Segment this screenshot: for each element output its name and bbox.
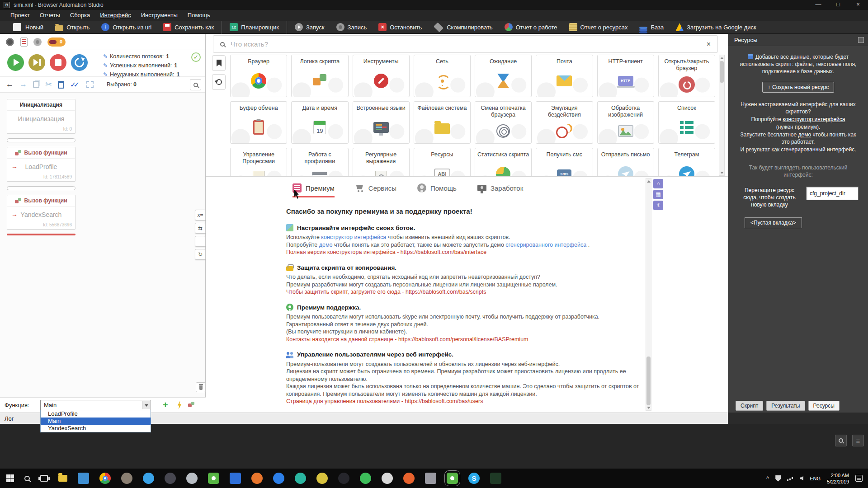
clear-search-icon[interactable]: × (700, 40, 717, 48)
variables-button[interactable]: x= (195, 210, 206, 221)
taskbar-search-icon[interactable] (24, 476, 30, 481)
panel-home-button[interactable]: ⌂ (653, 179, 663, 188)
block-separator[interactable] (7, 138, 75, 142)
tiles-scrollbar[interactable] (719, 55, 725, 176)
tray-shield-icon[interactable] (775, 475, 781, 482)
minimize-button[interactable]: — (808, 0, 828, 10)
tile-open-close-browser[interactable]: Открыть/закрыть браузер (658, 55, 715, 97)
log-search-button[interactable] (835, 435, 847, 446)
task-view-icon[interactable] (40, 475, 48, 482)
tile-embedded-languages[interactable]: Встроенные языки (353, 101, 410, 144)
trash-button[interactable] (196, 382, 206, 392)
tray-language[interactable]: ENG (810, 476, 821, 481)
taskbar-app-blue-square-icon[interactable] (78, 473, 89, 484)
bottom-tab-script[interactable]: Скрипт (736, 401, 763, 411)
tile-list[interactable]: Список (658, 101, 715, 144)
tile-profiles[interactable]: Работа с профилями (291, 148, 348, 176)
tile-script-logic[interactable]: Логика скрипта (291, 55, 348, 97)
selection-box-icon[interactable] (86, 81, 94, 88)
menu-interface[interactable]: Интерфейс (95, 10, 136, 21)
block-call-function-yandexsearch[interactable]: Вызов функции → YandexSearch Id: 5568736… (7, 195, 75, 230)
menu-reports[interactable]: Отчеты (35, 10, 65, 21)
messenger-icon[interactable] (143, 473, 154, 484)
scroll-up-icon[interactable] (646, 178, 651, 184)
create-resource-button[interactable]: + Создать новый ресурс (762, 82, 835, 93)
play-button[interactable] (7, 54, 24, 71)
toolbar-record-button[interactable]: Запись (330, 21, 373, 34)
toolbar-open-url-button[interactable]: Открыть из url (95, 21, 157, 34)
tag-button[interactable] (195, 236, 206, 247)
redo-icon[interactable]: → (19, 80, 27, 89)
bas-icon[interactable] (208, 473, 219, 484)
taskbar-app-yellow-icon[interactable] (316, 473, 328, 484)
block-initialization[interactable]: Инициализация → Инициализация Id: 0 (7, 99, 75, 134)
tile-telegram[interactable]: Телеграм (658, 148, 715, 176)
select-all-check-icon[interactable]: ✓✓ (70, 80, 80, 89)
taskbar-app-gray2-icon[interactable] (425, 473, 436, 484)
undo-icon[interactable]: ← (6, 80, 14, 89)
log-list-button[interactable]: ≡ (852, 435, 864, 446)
empty-tab-button[interactable]: <Пустая вкладка> (745, 217, 802, 228)
taskbar-app-blue-icon[interactable] (273, 473, 284, 484)
tray-clock[interactable]: 2:00 AM 5/22/2019 (827, 472, 849, 485)
resource-box-cfg-project-dir[interactable]: cfg_project_dir (806, 187, 859, 200)
tab-services[interactable]: Сервисы (355, 183, 396, 197)
function-puzzle-icon[interactable] (188, 402, 194, 408)
taskbar-app-dark-icon[interactable] (165, 473, 176, 484)
tile-filesystem[interactable]: Файловая система (414, 101, 471, 144)
toolbar-scheduler-button[interactable]: Планировщик (222, 21, 285, 34)
taskbar-app-shield-icon[interactable] (230, 473, 241, 484)
tab-premium[interactable]: Премиум (292, 183, 335, 197)
bottom-tab-resources[interactable]: Ресурсы (808, 401, 840, 411)
pencil-icon[interactable]: ✎ (103, 62, 108, 69)
scroll-down-icon[interactable] (719, 170, 724, 175)
premium-link-line[interactable]: Полная версия конструктора интерфейса - … (286, 249, 661, 256)
tile-image-processing[interactable]: Обработка изображений (597, 101, 654, 144)
function-dropdown-option[interactable]: Main (41, 418, 151, 425)
collapse-panel-icon[interactable] (858, 37, 864, 43)
move-expand-button[interactable]: ⇆ (195, 223, 206, 234)
toolbar-new-button[interactable]: Новый (6, 21, 49, 34)
toolbar-compile-button[interactable]: Скомпилировать (428, 21, 498, 34)
panel-grid-button[interactable]: ▦ (653, 190, 663, 199)
mask-badge-icon[interactable]: 0 (47, 38, 66, 47)
firefox-icon[interactable] (403, 473, 415, 484)
premium-link-line[interactable]: Страница для управления пользователями -… (286, 398, 661, 405)
tile-process-management[interactable]: Управление Процессами (230, 148, 287, 176)
menu-build[interactable]: Сборка (65, 10, 95, 21)
scroll-down-icon[interactable] (646, 405, 651, 410)
bas-active-window-icon[interactable] (447, 473, 458, 484)
toolbar-run-button[interactable]: Запуск (287, 21, 330, 34)
chrome-icon[interactable] (99, 473, 111, 484)
cut-scissors-icon[interactable]: ✂ (45, 80, 52, 89)
tile-waiting[interactable]: Ожидание (475, 55, 532, 97)
paste-icon[interactable] (58, 81, 64, 89)
tile-mail[interactable]: Почта (536, 55, 593, 97)
toolbar-save-as-button[interactable]: Сохранить как (157, 21, 220, 34)
taskbar-app-black-icon[interactable] (338, 473, 349, 484)
block-call-function-loadprofile[interactable]: Вызов функции → LoadProfile Id: 17811458… (7, 147, 75, 182)
add-function-button[interactable]: + (163, 400, 168, 410)
skype-icon[interactable] (468, 473, 480, 484)
content-scrollbar[interactable] (646, 178, 651, 411)
menu-tools[interactable]: Инструменты (136, 10, 183, 21)
close-button[interactable]: × (848, 0, 868, 10)
inline-link[interactable]: сгенерированного интерфейса (505, 242, 586, 248)
menu-help[interactable]: Помощь (183, 10, 215, 21)
inline-link[interactable]: демо (319, 242, 333, 248)
inline-link[interactable]: сгенерированный интерфейс (781, 146, 854, 153)
spider-icon[interactable] (5, 38, 14, 47)
taskbar-app-darkgreen-icon[interactable] (490, 473, 501, 484)
panel-settings-button[interactable]: ✳ (653, 201, 663, 210)
tile-clipboard[interactable]: Буфер обмена (230, 101, 287, 144)
restart-button[interactable] (71, 54, 88, 71)
history-button[interactable] (212, 74, 226, 90)
toolbar-google-drive-button[interactable]: Загрузить на Google диск (670, 21, 762, 34)
record-dot-icon[interactable] (33, 38, 42, 46)
toolbar-work-report-button[interactable]: Отчет о работе (499, 21, 563, 34)
function-dropdown-option[interactable]: YandexSearch (41, 425, 151, 432)
start-button[interactable] (6, 474, 14, 482)
bottom-tab-results[interactable]: Результаты (766, 401, 805, 411)
toolbar-resource-report-button[interactable]: Отчет о ресурсах (563, 21, 634, 34)
taskbar-app-green-icon[interactable] (360, 473, 371, 484)
